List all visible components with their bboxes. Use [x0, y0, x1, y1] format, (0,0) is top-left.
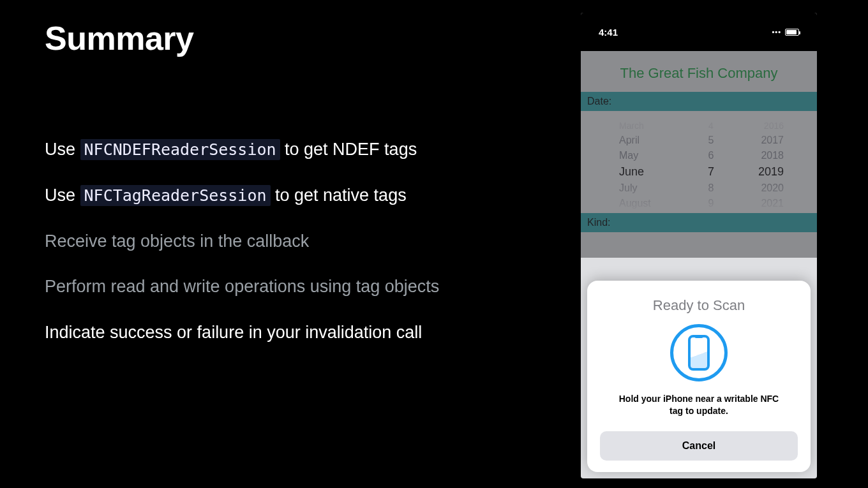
- bullet-text-post: to get native tags: [271, 186, 407, 205]
- presentation-slide: Summary Use NFCNDEFReaderSession to get …: [0, 0, 868, 488]
- bullet-text-pre: Receive tag objects in the callback: [45, 232, 309, 251]
- picker-row[interactable]: May62018: [581, 148, 817, 163]
- code-literal: NFCTagReaderSession: [80, 185, 271, 206]
- sheet-title: Ready to Scan: [600, 297, 798, 314]
- picker-row[interactable]: July82020: [581, 181, 817, 196]
- picker-row[interactable]: August92021: [581, 196, 817, 211]
- sheet-message: Hold your iPhone near a writable NFC tag…: [600, 393, 798, 417]
- status-indicators: •••: [772, 28, 799, 36]
- picker-year: 2018: [751, 150, 784, 161]
- picker-year: 2019: [751, 165, 784, 179]
- picker-year: 2021: [751, 198, 784, 209]
- picker-row[interactable]: March42016: [581, 119, 817, 133]
- picker-day: 5: [702, 135, 720, 146]
- picker-row[interactable]: September102022: [581, 211, 817, 213]
- slide-title: Summary: [45, 19, 194, 57]
- picker-row[interactable]: April52017: [581, 133, 817, 148]
- bullet-list: Use NFCNDEFReaderSession to get NDEF tag…: [45, 139, 542, 368]
- phone-mockup: 4:41 ••• The Great Fish Company Date: Ma…: [581, 13, 817, 478]
- picker-year: 2020: [751, 182, 784, 194]
- signal-icon: •••: [772, 28, 781, 36]
- bullet-text-pre: Perform read and write operations using …: [45, 277, 439, 296]
- bullet-text-post: to get NDEF tags: [280, 140, 417, 159]
- picker-day: 4: [702, 121, 720, 131]
- picker-month: April: [614, 135, 671, 146]
- picker-year: 2016: [751, 121, 784, 131]
- bullet-item: Indicate success or failure in your inva…: [45, 322, 542, 344]
- picker-day: 9: [702, 198, 720, 209]
- picker-month: August: [614, 198, 671, 209]
- bullet-item: Perform read and write operations using …: [45, 276, 542, 298]
- picker-day: 6: [702, 150, 720, 161]
- nfc-icon: [600, 324, 798, 381]
- cancel-button[interactable]: Cancel: [600, 431, 798, 461]
- code-literal: NFCNDEFReaderSession: [80, 139, 280, 160]
- kind-section-body: [581, 232, 817, 258]
- section-header-kind: Kind:: [581, 213, 817, 232]
- bullet-text-pre: Indicate success or failure in your inva…: [45, 323, 422, 342]
- status-time: 4:41: [599, 27, 618, 38]
- bullet-item: Receive tag objects in the callback: [45, 231, 542, 253]
- nfc-scan-sheet: Ready to Scan Hold your iPhone near a wr…: [587, 281, 811, 472]
- picker-month: June: [614, 165, 671, 179]
- app-title: The Great Fish Company: [581, 51, 817, 92]
- picker-day: 8: [702, 182, 720, 194]
- status-bar: 4:41 •••: [581, 13, 817, 51]
- battery-icon: [785, 29, 799, 36]
- bullet-item: Use NFCTagReaderSession to get native ta…: [45, 185, 542, 207]
- picker-month: July: [614, 182, 671, 194]
- app-background: The Great Fish Company Date: March42016A…: [581, 51, 817, 258]
- section-header-date: Date:: [581, 92, 817, 111]
- bullet-item: Use NFCNDEFReaderSession to get NDEF tag…: [45, 139, 542, 161]
- picker-row[interactable]: June72019: [581, 163, 817, 181]
- picker-day: 7: [702, 165, 720, 179]
- picker-year: 2017: [751, 135, 784, 146]
- date-picker[interactable]: March42016April52017May62018June72019Jul…: [581, 111, 817, 213]
- bullet-text-pre: Use: [45, 186, 80, 205]
- bullet-text-pre: Use: [45, 140, 80, 159]
- picker-month: March: [614, 121, 671, 131]
- picker-month: May: [614, 150, 671, 161]
